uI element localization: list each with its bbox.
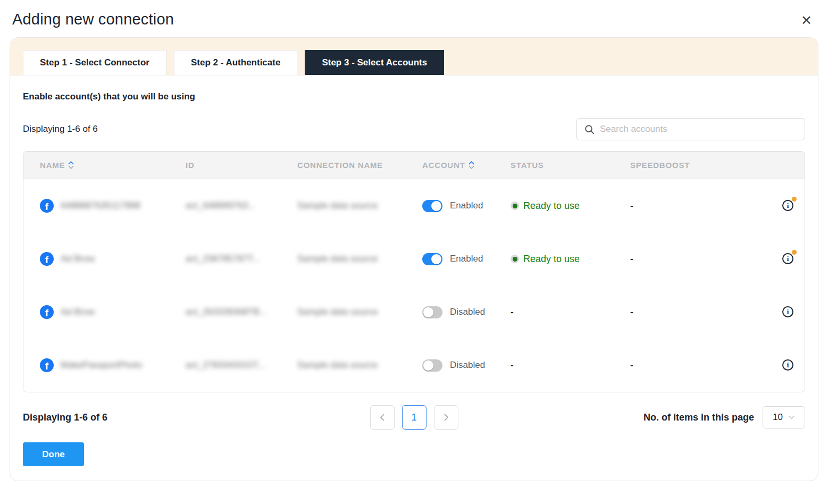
connection-name-blurred: Sample data source xyxy=(297,254,378,264)
facebook-icon: f xyxy=(40,305,54,319)
table-row: fMakePassportPhoto act_2783343315T... Sa… xyxy=(23,339,805,392)
wizard-panel: Step 1 - Select Connector Step 2 - Authe… xyxy=(10,37,818,481)
displaying-count-bottom: Displaying 1-6 of 6 xyxy=(23,412,107,423)
status-text: - xyxy=(511,307,514,317)
account-id-blurred: act_263339368TB... xyxy=(186,307,267,317)
tab-strip: Step 1 - Select Connector Step 2 - Authe… xyxy=(10,38,818,75)
pagination: 1 xyxy=(370,405,458,430)
speedboost-value: - xyxy=(630,360,771,371)
account-id-blurred: act_2783343315T... xyxy=(186,360,265,371)
chevron-down-icon xyxy=(788,415,795,419)
account-id-blurred: act_648999763... xyxy=(186,200,255,211)
account-id-blurred: act_238785787T... xyxy=(186,254,260,264)
enable-toggle[interactable] xyxy=(422,306,442,318)
notification-dot xyxy=(792,197,797,201)
info-icon[interactable]: i xyxy=(782,359,793,371)
displaying-count-top: Displaying 1-6 of 6 xyxy=(23,124,98,135)
tab-step1-select-connector[interactable]: Step 1 - Select Connector xyxy=(23,50,166,75)
notification-dot xyxy=(792,250,797,255)
account-name-blurred: MakePassportPhoto xyxy=(61,360,142,371)
status-text: Ready to use xyxy=(523,200,580,212)
speedboost-value: - xyxy=(630,254,771,264)
toggle-label: Enabled xyxy=(450,200,483,211)
section-heading: Enable account(s) that you will be using xyxy=(23,91,805,102)
top-bar: Displaying 1-6 of 6 xyxy=(23,118,805,140)
toggle-label: Disabled xyxy=(450,307,485,317)
toggle-label: Enabled xyxy=(450,254,483,264)
enable-toggle[interactable] xyxy=(422,200,442,212)
facebook-icon: f xyxy=(40,199,54,213)
tab-step3-select-accounts[interactable]: Step 3 - Select Accounts xyxy=(305,50,444,75)
tab-step2-authenticate[interactable]: Step 2 - Authenticate xyxy=(174,50,297,75)
account-name-blurred: Ad Brow xyxy=(61,307,95,317)
table-row: f6488887635117898 act_648999763... Sampl… xyxy=(23,179,805,232)
account-name-blurred: Ad Brow xyxy=(61,254,95,264)
items-per-page: No. of items in this page 10 xyxy=(643,406,805,429)
items-per-page-label: No. of items in this page xyxy=(643,412,754,423)
toggle-label: Disabled xyxy=(450,360,485,371)
facebook-icon: f xyxy=(40,358,54,372)
speedboost-value: - xyxy=(630,307,771,317)
column-header-connection-name: CONNECTION NAME xyxy=(297,161,422,170)
enable-toggle[interactable] xyxy=(422,359,442,372)
status-dot xyxy=(511,201,519,210)
status-text: Ready to use xyxy=(523,254,580,265)
enable-toggle[interactable] xyxy=(422,253,442,265)
done-button[interactable]: Done xyxy=(23,442,84,466)
page-title: Adding new connection xyxy=(12,11,174,28)
search-icon xyxy=(584,124,595,135)
tab-content: Enable account(s) that you will be using… xyxy=(10,91,818,466)
close-icon[interactable]: ✕ xyxy=(798,11,815,30)
modal-header: Adding new connection ✕ xyxy=(0,0,828,30)
items-per-page-select[interactable]: 10 xyxy=(763,406,805,429)
search-accounts-box[interactable] xyxy=(576,118,805,140)
page-number-button[interactable]: 1 xyxy=(402,405,426,430)
account-name-blurred: 6488887635117898 xyxy=(61,200,140,211)
accounts-table: NAME ID CONNECTION NAME ACCOUNT STATUS xyxy=(23,151,805,392)
status-text: - xyxy=(511,360,514,370)
table-row: fAd Brow act_263339368TB... Sample data … xyxy=(23,285,805,339)
facebook-icon: f xyxy=(40,252,54,266)
connection-name-blurred: Sample data source xyxy=(297,360,378,371)
column-header-name[interactable]: NAME xyxy=(40,161,186,170)
info-icon[interactable]: i xyxy=(782,306,793,317)
connection-name-blurred: Sample data source xyxy=(297,200,378,211)
table-row: fAd Brow act_238785787T... Sample data s… xyxy=(23,232,805,285)
search-input[interactable] xyxy=(600,124,797,135)
next-page-button[interactable] xyxy=(434,405,458,430)
column-header-status: STATUS xyxy=(511,161,630,170)
info-icon[interactable]: i xyxy=(782,253,793,264)
speedboost-value: - xyxy=(630,200,771,211)
status-dot xyxy=(511,255,519,263)
sort-icon[interactable] xyxy=(68,161,74,169)
sort-icon[interactable] xyxy=(469,161,474,169)
column-header-id: ID xyxy=(186,161,297,170)
connection-name-blurred: Sample data source xyxy=(297,307,378,317)
column-header-account[interactable]: ACCOUNT xyxy=(422,161,511,170)
prev-page-button[interactable] xyxy=(370,405,395,430)
column-header-speedboost: SPEEDBOOST xyxy=(630,161,771,170)
info-icon[interactable]: i xyxy=(782,200,793,211)
table-header-row: NAME ID CONNECTION NAME ACCOUNT STATUS xyxy=(23,152,805,179)
footer-bar: Displaying 1-6 of 6 1 No. of items in th… xyxy=(23,406,805,429)
